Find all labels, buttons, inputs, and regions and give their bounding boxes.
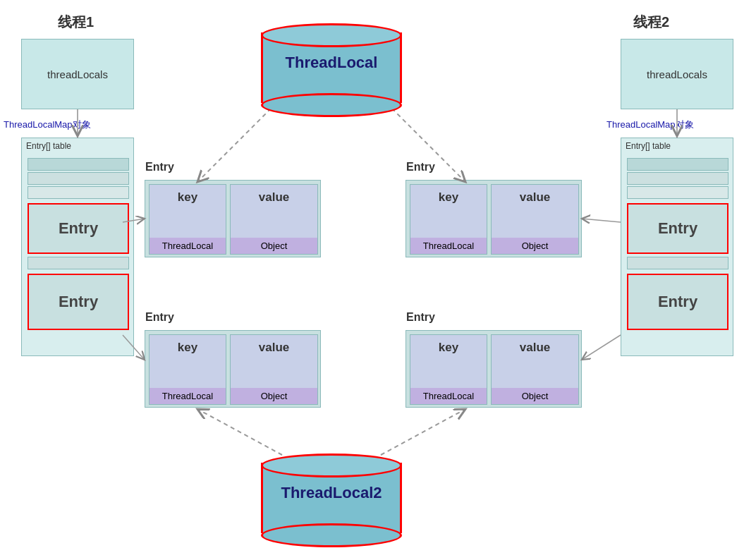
eg3-value-sub: Object: [231, 388, 317, 404]
t2-row4: [627, 257, 728, 269]
thread1-entry1: Entry: [28, 203, 129, 254]
t1-row4: [28, 257, 129, 269]
eg2-key-cell: key ThreadLocal: [410, 184, 487, 255]
eg4-label: Entry: [406, 311, 435, 324]
eg4-value-sub: Object: [492, 388, 578, 404]
eg2-value-sub: Object: [492, 238, 578, 254]
thread2-threadlocals: threadLocals: [621, 39, 733, 109]
t1-row2: [28, 172, 129, 185]
thread2-table-label: Entry[] table: [621, 138, 733, 154]
thread1-threadlocals: threadLocals: [21, 39, 134, 109]
eg3-key-sub: ThreadLocal: [150, 388, 226, 404]
entry-group-1: Entry key ThreadLocal value Object: [145, 180, 321, 257]
thread2-entry-table: Entry[] table Entry Entry: [621, 138, 733, 356]
eg1-key-cell: key ThreadLocal: [149, 184, 226, 255]
eg4-value-cell: value Object: [491, 334, 579, 405]
thread2-entry1: Entry: [627, 203, 728, 254]
thread1-entry-table: Entry[] table Entry Entry: [21, 138, 134, 356]
t2-row3: [627, 186, 728, 199]
eg2-key-label: key: [439, 185, 458, 205]
eg1-key-label: key: [178, 185, 197, 205]
cylinder1-bottom: [261, 93, 402, 117]
cylinder1-top: [261, 23, 402, 47]
threadlocal1-cylinder: ThreadLocal: [261, 20, 402, 111]
eg1-value-label: value: [259, 185, 289, 205]
cylinder2-top: [261, 454, 402, 477]
diagram-container: 线程1 线程2 threadLocals ThreadLocalMap对象 En…: [0, 0, 756, 560]
eg1-label: Entry: [145, 161, 174, 174]
t1-row3: [28, 186, 129, 199]
cylinder2-bottom: [261, 523, 402, 547]
t2-row2: [627, 172, 728, 185]
threadlocal2-cylinder: ThreadLocal2: [261, 450, 402, 542]
eg1-key-sub: ThreadLocal: [150, 238, 226, 254]
eg2-value-cell: value Object: [491, 184, 579, 255]
thread1-map-label: ThreadLocalMap对象: [4, 118, 91, 131]
thread2-entry2: Entry: [627, 274, 728, 330]
entry-group-4: Entry key ThreadLocal value Object: [406, 330, 582, 408]
t2-row1: [627, 158, 728, 171]
threadlocal1-label: ThreadLocal: [261, 54, 402, 72]
t1-row1: [28, 158, 129, 171]
thread1-label: 线程1: [58, 13, 94, 32]
eg4-value-label: value: [520, 335, 550, 355]
eg4-key-label: key: [439, 335, 458, 355]
t2e1-to-eg2-arrow: [582, 219, 621, 222]
threadlocal2-label: ThreadLocal2: [261, 484, 402, 502]
eg2-key-sub: ThreadLocal: [410, 238, 487, 254]
eg3-value-label: value: [259, 335, 289, 355]
eg1-value-cell: value Object: [230, 184, 318, 255]
thread1-entry2: Entry: [28, 274, 129, 330]
eg3-value-cell: value Object: [230, 334, 318, 405]
eg4-key-sub: ThreadLocal: [410, 388, 487, 404]
eg2-value-label: value: [520, 185, 550, 205]
eg3-key-cell: key ThreadLocal: [149, 334, 226, 405]
eg4-key-cell: key ThreadLocal: [410, 334, 487, 405]
tl2-to-eg3-dotted: [197, 409, 282, 455]
entry-group-3: Entry key ThreadLocal value Object: [145, 330, 321, 408]
thread1-table-label: Entry[] table: [22, 138, 133, 154]
t2e2-to-eg4-arrow: [582, 335, 621, 360]
tl2-to-eg4-dotted: [381, 409, 465, 455]
eg1-value-sub: Object: [231, 238, 317, 254]
thread2-label: 线程2: [633, 13, 669, 32]
eg3-key-label: key: [178, 335, 197, 355]
thread2-map-label: ThreadLocalMap对象: [606, 118, 694, 131]
eg3-label: Entry: [145, 311, 174, 324]
entry-group-2: Entry key ThreadLocal value Object: [406, 180, 582, 257]
eg2-label: Entry: [406, 161, 435, 174]
